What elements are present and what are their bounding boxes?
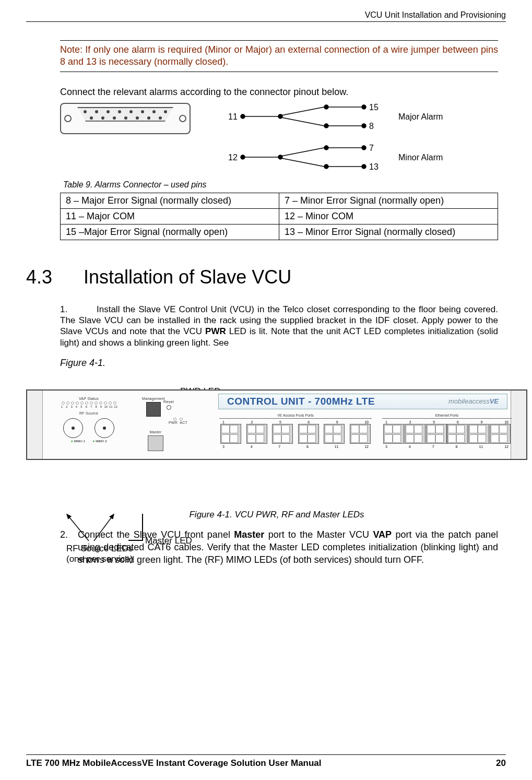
mimo1-connector-icon: [63, 418, 83, 438]
master-block: Master: [142, 430, 169, 451]
pinout-diagram: 11 15 8 Major Alarm 12 7 13 Minor Alarm: [60, 103, 498, 176]
unit-title: CONTROL UNIT - 700MHz LTE: [227, 396, 375, 407]
section-number: 4.3: [26, 266, 84, 288]
db15-connector-icon: [60, 103, 191, 134]
rf-leds-arrows: [57, 512, 136, 543]
svg-point-0: [241, 114, 245, 119]
vap-status-block: VAP Status 123456789101112 RF Source MIM…: [48, 397, 129, 443]
pin-8-label: 8: [369, 122, 374, 131]
vap-nums: 123456789101112: [48, 405, 129, 408]
figure-reference: Figure 4-1.: [60, 358, 498, 369]
page-footer: LTE 700 MHz MobileAccessVE Instant Cover…: [26, 754, 506, 769]
minor-alarm-label: Minor Alarm: [398, 153, 443, 162]
vap-led-row: [48, 401, 129, 405]
page-number: 20: [496, 758, 506, 769]
svg-line-22: [67, 514, 89, 541]
svg-line-23: [94, 514, 114, 541]
pin-table: 8 – Major Error Signal (normally closed)…: [60, 193, 498, 240]
table-row: 8 – Major Error Signal (normally closed)…: [61, 193, 498, 208]
pin-12-label: 12: [228, 153, 238, 162]
management-port-icon: [146, 402, 161, 417]
brand-label: mobileaccessVE: [448, 397, 499, 405]
svg-point-10: [362, 124, 366, 128]
svg-point-11: [241, 155, 245, 159]
svg-point-17: [362, 146, 366, 150]
note-box: Note: If only one alarm is required (Min…: [60, 40, 498, 72]
svg-point-6: [362, 105, 366, 109]
svg-line-7: [281, 117, 324, 126]
table-row: 11 – Major COM12 – Minor COM: [61, 208, 498, 224]
footer-title: LTE 700 MHz MobileAccessVE Instant Cover…: [26, 758, 322, 769]
svg-line-3: [281, 107, 324, 115]
vcu-unit-diagram: PWR LED CONTROL UNIT - 700MHz LTE mobile…: [26, 389, 527, 520]
reset-block: Reset: [162, 400, 175, 410]
section-title: Installation of Slave VCU: [84, 266, 291, 288]
pin-11-label: 11: [228, 112, 238, 121]
section-heading: 4.3Installation of Slave VCU: [26, 266, 498, 288]
svg-point-19: [324, 164, 328, 169]
pin-7-label: 7: [369, 144, 374, 152]
master-led-leader-line: [128, 540, 143, 541]
table-row: 15 –Major Error Signal (normally open)13…: [61, 224, 498, 240]
pwr-act-block: PWR ACT: [165, 418, 191, 424]
pin-13-label: 13: [369, 162, 379, 171]
rf-connectors: [48, 418, 129, 438]
table-caption: Table 9. Alarms Connector – used pins: [63, 180, 498, 190]
svg-line-18: [281, 158, 324, 167]
ve-access-port-bank: VE Access Pods Ports 1256910 34781112: [219, 413, 372, 448]
svg-point-4: [324, 105, 328, 109]
step-1: 1.Install the Slave VE Control Unit (VCU…: [60, 304, 498, 348]
pin-15-label: 15: [369, 103, 379, 112]
reset-hole-icon: [167, 405, 171, 410]
master-led-callout: Master LED: [145, 536, 192, 546]
mimo2-label: MIMO 2: [92, 439, 107, 443]
rack-ear-right: [511, 391, 526, 459]
rf-source-leds-callout: RF Source LEDs(one per service): [66, 543, 133, 565]
page-content: Note: If only one alarm is required (Min…: [26, 22, 506, 566]
wiring-svg: 11 15 8 Major Alarm 12 7 13 Minor Alarm: [211, 103, 462, 176]
svg-point-8: [324, 124, 328, 128]
svg-point-21: [362, 164, 366, 169]
svg-line-14: [281, 148, 324, 156]
connect-paragraph: Connect the relevant alarms according to…: [60, 87, 498, 98]
svg-point-15: [324, 146, 328, 150]
running-header: VCU Unit Installation and Provisioning: [26, 10, 506, 21]
rack-ear-left: [27, 391, 43, 459]
mimo1-label: MIMO 1: [70, 439, 85, 443]
unit-title-bar: CONTROL UNIT - 700MHz LTE mobileaccessVE: [218, 394, 507, 409]
major-alarm-label: Major Alarm: [398, 112, 443, 121]
ethernet-port-bank: Ethernet Ports 1256910 34781112: [382, 413, 512, 448]
mimo2-connector-icon: [94, 418, 114, 438]
step-number: 1.: [60, 304, 97, 315]
vcu-front-panel: CONTROL UNIT - 700MHz LTE mobileaccessVE…: [26, 389, 527, 460]
master-port-icon: [148, 435, 163, 451]
